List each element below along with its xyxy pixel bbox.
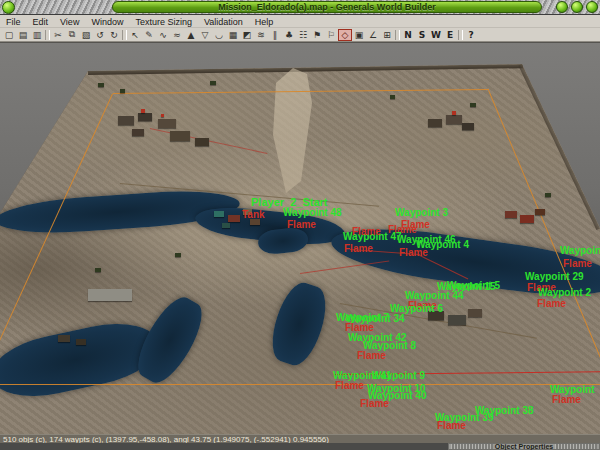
- waypoint-label[interactable]: Waypoint 3: [395, 208, 448, 218]
- map-object[interactable]: [535, 209, 545, 215]
- maximize-button[interactable]: [571, 1, 583, 13]
- toolbar-button-polygon[interactable]: ◇: [338, 29, 352, 41]
- waypoint-label[interactable]: Flame: [537, 299, 566, 309]
- waypoint-label[interactable]: Tank: [242, 210, 265, 220]
- toolbar-button-ramp[interactable]: ∠: [366, 29, 380, 41]
- toolbar-button-water[interactable]: ≋: [254, 29, 268, 41]
- waypoint-label[interactable]: Flame: [335, 381, 364, 391]
- toolbar-button-blend[interactable]: ◩: [240, 29, 254, 41]
- map-object[interactable]: [118, 116, 134, 125]
- object-properties-titlebar[interactable]: Object Properties: [448, 443, 600, 450]
- toolbar-button-sep1[interactable]: [45, 30, 50, 40]
- waypoint-label[interactable]: Waypoint 29: [525, 272, 584, 282]
- waypoint-label[interactable]: Flame: [563, 259, 592, 269]
- map-object[interactable]: [88, 289, 132, 301]
- toolbar-button-save[interactable]: ▥: [30, 29, 44, 41]
- toolbar-button-rotate-n[interactable]: N: [401, 29, 415, 41]
- map-object[interactable]: [158, 119, 176, 128]
- toolbar-button-dig[interactable]: ▽: [198, 29, 212, 41]
- toolbar-button-new[interactable]: ▢: [2, 29, 16, 41]
- terrain-map[interactable]: [0, 43, 600, 434]
- map-object[interactable]: [76, 339, 86, 345]
- map-object[interactable]: [98, 83, 104, 87]
- toolbar-button-fence[interactable]: ☷: [296, 29, 310, 41]
- waypoint-label[interactable]: Flame: [399, 248, 428, 258]
- menu-item[interactable]: Edit: [27, 16, 55, 28]
- map-object[interactable]: [138, 113, 152, 121]
- waypoint-label[interactable]: Flame: [360, 399, 389, 409]
- waypoint-label[interactable]: Waypoint 2: [560, 246, 600, 256]
- menu-item[interactable]: Help: [249, 16, 280, 28]
- toolbar-button-cut[interactable]: ✂: [51, 29, 65, 41]
- toolbar-button-sep2[interactable]: [122, 30, 127, 40]
- map-object[interactable]: [132, 129, 144, 136]
- toolbar-button-object[interactable]: ⚑: [310, 29, 324, 41]
- toolbar-button-road[interactable]: ∥: [268, 29, 282, 41]
- toolbar-button-paste[interactable]: ▧: [79, 29, 93, 41]
- toolbar-button-redo[interactable]: ↻: [107, 29, 121, 41]
- toolbar-button-sep4[interactable]: [458, 30, 463, 40]
- toolbar-button-copy[interactable]: ⧉: [65, 29, 79, 41]
- map-object[interactable]: [452, 111, 456, 115]
- map-object[interactable]: [428, 119, 442, 127]
- map-object[interactable]: [448, 315, 466, 325]
- map-object[interactable]: [120, 89, 125, 93]
- map-object[interactable]: [161, 114, 164, 117]
- toolbar-button-waypoint[interactable]: ⚐: [324, 29, 338, 41]
- title-bar[interactable]: Mission_Eldorado(a).map - Generals World…: [0, 0, 600, 15]
- waypoint-label[interactable]: Waypoint 9: [372, 371, 425, 381]
- waypoint-label[interactable]: Flame: [352, 227, 381, 237]
- waypoint-label[interactable]: Flame: [357, 351, 386, 361]
- toolbar-button-mound[interactable]: ▲: [184, 29, 198, 41]
- map-object[interactable]: [141, 109, 145, 113]
- toolbar-button-undo[interactable]: ↺: [93, 29, 107, 41]
- map-object[interactable]: [462, 123, 474, 130]
- map-object[interactable]: [170, 131, 190, 141]
- toolbar-button-height-raise[interactable]: ∿: [156, 29, 170, 41]
- toolbar-button-sep3[interactable]: [395, 30, 400, 40]
- waypoint-label[interactable]: Waypoint 38: [475, 406, 534, 416]
- map-object[interactable]: [228, 215, 240, 222]
- waypoint-label[interactable]: Flame: [552, 395, 581, 405]
- map-object[interactable]: [222, 223, 230, 228]
- map-object[interactable]: [95, 268, 101, 272]
- waypoint-label[interactable]: Flame: [287, 220, 316, 230]
- map-viewport[interactable]: Player_2_StartTankWaypoint 48FlameWaypoi…: [0, 42, 600, 434]
- map-object[interactable]: [390, 95, 395, 99]
- map-object[interactable]: [58, 335, 70, 342]
- menu-item[interactable]: Texture Sizing: [129, 16, 198, 28]
- toolbar-button-texture[interactable]: ▦: [226, 29, 240, 41]
- toolbar-button-open[interactable]: ▤: [16, 29, 30, 41]
- map-object[interactable]: [545, 193, 551, 197]
- map-object[interactable]: [210, 81, 216, 85]
- map-object[interactable]: [470, 103, 476, 107]
- toolbar-button-border[interactable]: ▣: [352, 29, 366, 41]
- map-object[interactable]: [175, 253, 181, 257]
- map-object[interactable]: [468, 309, 482, 317]
- toolbar-button-rotate-e[interactable]: E: [443, 29, 457, 41]
- map-object[interactable]: [214, 211, 224, 217]
- toolbar-button-pointer[interactable]: ↖: [128, 29, 142, 41]
- map-object[interactable]: [505, 211, 517, 218]
- waypoint-label[interactable]: Player_2_Start: [251, 197, 327, 207]
- waypoint-label[interactable]: Flame: [344, 244, 373, 254]
- waypoint-label[interactable]: Flame: [437, 421, 466, 431]
- toolbar-button-grove[interactable]: ♣: [282, 29, 296, 41]
- menu-item[interactable]: File: [0, 16, 27, 28]
- map-object[interactable]: [446, 115, 462, 124]
- toolbar-button-rotate-w[interactable]: W: [429, 29, 443, 41]
- toolbar-button-rotate-s[interactable]: S: [415, 29, 429, 41]
- toolbar-button-smooth[interactable]: ◡: [212, 29, 226, 41]
- menu-item[interactable]: Validation: [198, 16, 249, 28]
- menu-item[interactable]: Window: [85, 16, 129, 28]
- toolbar-button-help[interactable]: ?: [464, 29, 478, 41]
- menu-item[interactable]: View: [54, 16, 85, 28]
- waypoint-label[interactable]: Waypoint 48: [283, 208, 342, 218]
- app-logo-icon[interactable]: [2, 1, 15, 14]
- toolbar-button-height-lower[interactable]: ≈: [170, 29, 184, 41]
- map-object[interactable]: [195, 138, 209, 146]
- toolbar-button-grid[interactable]: ⊞: [380, 29, 394, 41]
- waypoint-label[interactable]: Waypoint 2: [538, 288, 591, 298]
- close-button[interactable]: [586, 1, 598, 13]
- map-object[interactable]: [520, 215, 534, 223]
